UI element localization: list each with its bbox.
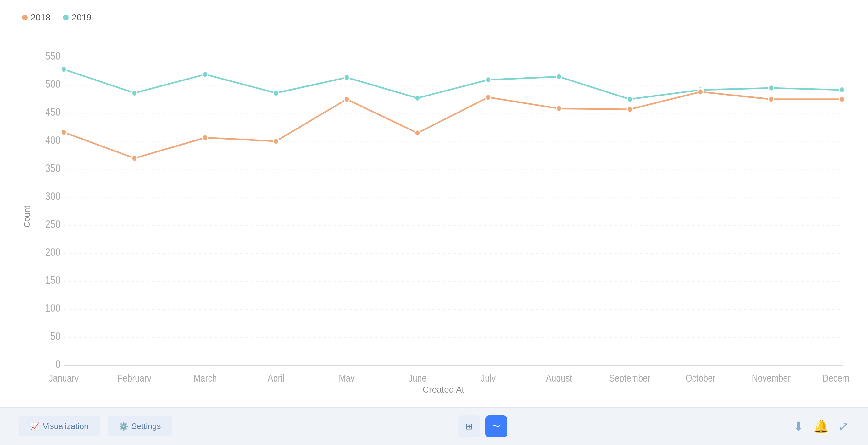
footer-center: ⊞ 〜 [458, 415, 507, 438]
legend-label-2019: 2019 [72, 12, 91, 23]
svg-point-38 [132, 155, 137, 162]
svg-point-29 [344, 74, 349, 81]
settings-icon: ⚙️ [119, 422, 128, 431]
svg-text:0: 0 [55, 358, 60, 370]
svg-text:300: 300 [45, 190, 60, 202]
svg-text:100: 100 [45, 302, 60, 314]
svg-point-44 [556, 106, 562, 112]
svg-text:April: April [268, 372, 285, 381]
chart-icon: 〜 [492, 420, 501, 433]
svg-text:January: January [49, 372, 79, 381]
svg-text:250: 250 [45, 218, 60, 230]
legend-item-2019: 2019 [63, 12, 91, 23]
svg-text:450: 450 [45, 106, 60, 118]
footer-right: ⬇ 🔔 ⤢ [793, 419, 849, 434]
svg-point-39 [203, 135, 208, 141]
svg-point-30 [415, 95, 420, 101]
svg-text:August: August [546, 372, 572, 381]
svg-point-45 [627, 106, 632, 112]
svg-text:June: June [408, 372, 427, 381]
svg-point-33 [627, 96, 632, 102]
svg-text:550: 550 [45, 50, 60, 62]
svg-point-27 [203, 71, 208, 78]
svg-text:February: February [118, 372, 151, 381]
svg-text:50: 50 [50, 330, 60, 342]
svg-text:March: March [193, 372, 217, 381]
footer-left: 📈 Visualization ⚙️ Settings [19, 416, 172, 436]
svg-point-35 [769, 85, 774, 91]
svg-point-47 [769, 96, 774, 102]
svg-text:October: October [686, 372, 716, 381]
legend-label-2018: 2018 [31, 12, 50, 23]
svg-point-28 [273, 90, 279, 96]
svg-point-25 [61, 66, 66, 73]
svg-point-46 [698, 89, 703, 95]
svg-text:150: 150 [45, 274, 60, 286]
chart-area: Count [19, 32, 849, 401]
svg-text:July: July [481, 372, 496, 381]
svg-text:November: November [752, 372, 790, 381]
footer: 📈 Visualization ⚙️ Settings ⊞ 〜 ⬇ 🔔 ⤢ [0, 407, 868, 445]
svg-point-40 [273, 138, 279, 144]
download-button[interactable]: ⬇ [793, 419, 804, 434]
table-icon: ⊞ [465, 421, 473, 432]
svg-point-48 [839, 96, 845, 102]
svg-point-26 [132, 90, 137, 96]
svg-text:December: December [823, 372, 849, 381]
chart-view-button[interactable]: 〜 [485, 415, 507, 438]
y-axis-label: Count [19, 32, 35, 401]
visualization-label: Visualization [43, 421, 89, 431]
visualization-icon: 📈 [30, 422, 40, 431]
table-view-button[interactable]: ⊞ [458, 415, 480, 438]
legend-dot-2018 [22, 15, 28, 21]
settings-button[interactable]: ⚙️ Settings [107, 416, 172, 436]
chart-svg: 0 50 100 150 200 250 300 350 400 450 500… [38, 32, 849, 381]
svg-point-43 [486, 94, 491, 101]
chart-container: 2018 2019 Count [0, 0, 868, 407]
svg-text:350: 350 [45, 162, 60, 174]
visualization-button[interactable]: 📈 Visualization [19, 416, 100, 436]
chart-inner: 0 50 100 150 200 250 300 350 400 450 500… [38, 32, 849, 401]
expand-button[interactable]: ⤢ [838, 419, 849, 434]
svg-text:400: 400 [45, 134, 60, 146]
svg-point-32 [556, 73, 562, 80]
svg-text:September: September [609, 372, 650, 381]
svg-text:500: 500 [45, 78, 60, 90]
chart-legend: 2018 2019 [19, 12, 849, 23]
legend-item-2018: 2018 [22, 12, 50, 23]
svg-point-36 [839, 87, 845, 93]
svg-text:200: 200 [45, 246, 60, 258]
svg-text:May: May [339, 372, 355, 381]
x-axis-title: Created At [38, 385, 849, 395]
svg-point-37 [61, 129, 66, 135]
svg-point-31 [486, 77, 491, 83]
notification-button[interactable]: 🔔 [813, 419, 829, 434]
svg-point-41 [344, 96, 349, 102]
legend-dot-2019 [63, 15, 68, 21]
settings-label: Settings [131, 421, 161, 431]
svg-point-42 [415, 130, 420, 136]
